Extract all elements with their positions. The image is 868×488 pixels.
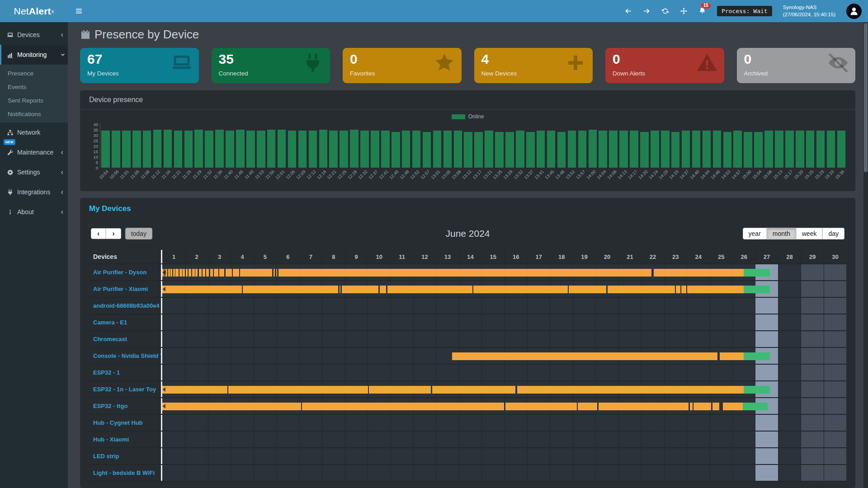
presence-bar-online[interactable] — [608, 286, 675, 293]
presence-bar-online[interactable] — [173, 269, 175, 277]
stat-card-archived[interactable]: 0Archived — [737, 48, 856, 83]
presence-bar-online[interactable] — [162, 386, 227, 394]
fullscreen-move-icon[interactable] — [680, 7, 688, 15]
device-name-link[interactable]: Hub - Cygnet Hub — [89, 415, 162, 431]
online-count-bar — [578, 131, 587, 168]
day-header-3: 3 — [208, 250, 231, 263]
presence-bar-online[interactable] — [654, 269, 744, 277]
presence-bar-online[interactable] — [233, 269, 239, 277]
stat-card-favorites[interactable]: 0Favorites — [343, 48, 462, 83]
presence-bar-online[interactable] — [340, 286, 341, 293]
presence-bar-online[interactable] — [219, 269, 224, 277]
avatar[interactable] — [846, 4, 862, 19]
presence-bar-online[interactable] — [179, 269, 182, 277]
presence-bar-online[interactable] — [681, 286, 686, 293]
presence-bar-online[interactable] — [342, 286, 378, 293]
presence-bar-online[interactable] — [517, 386, 744, 394]
presence-bar-online[interactable] — [712, 403, 719, 410]
day-cell — [345, 448, 368, 464]
sidebar-item-presence[interactable]: Presence — [0, 66, 68, 80]
stat-card-down-alerts[interactable]: 0Down Alerts — [605, 48, 724, 83]
presence-bar-online[interactable] — [206, 269, 209, 277]
presence-bar-online[interactable] — [243, 286, 338, 293]
presence-bar-online[interactable] — [210, 269, 213, 277]
presence-bar-online[interactable] — [199, 269, 202, 277]
presence-bar-online[interactable] — [168, 269, 170, 277]
presence-bar-online[interactable] — [226, 269, 232, 277]
presence-bar-online[interactable] — [192, 269, 195, 277]
sidebar-item-maintenance[interactable]: NEW Maintenance ‹ — [0, 142, 68, 162]
device-name-link[interactable]: android-68608b93a00e4 — [89, 298, 162, 314]
device-name-link[interactable]: Air Purifier - Dyson — [89, 264, 162, 280]
device-name-link[interactable]: ESP32 - 1 — [89, 365, 162, 380]
scrollbar-thumb[interactable] — [864, 23, 868, 172]
presence-bar-online[interactable] — [693, 403, 711, 410]
presence-bar-online[interactable] — [195, 269, 198, 277]
app-logo[interactable]: NetAlertx — [0, 0, 68, 22]
chart-bar-column — [473, 124, 484, 168]
presence-bar-online[interactable] — [162, 286, 242, 293]
device-name-link[interactable]: Light - bedside B WiFi — [89, 465, 162, 481]
device-name-link[interactable]: LED strip — [89, 448, 162, 464]
presence-bar-online[interactable] — [380, 286, 387, 293]
device-name-link[interactable]: Chromecast — [89, 331, 162, 347]
presence-bar-online[interactable] — [183, 269, 185, 277]
presence-bar-online[interactable] — [162, 403, 301, 410]
device-name-link[interactable]: Hub - Xiaomi — [89, 432, 162, 447]
presence-bar-current[interactable] — [744, 386, 770, 394]
presence-bar-current[interactable] — [744, 286, 770, 293]
hamburger-icon[interactable] — [75, 7, 83, 15]
presence-bar-online[interactable] — [175, 269, 179, 277]
device-name-link[interactable]: Console - Nvidia Shield TV — [89, 348, 162, 364]
sidebar-item-events[interactable]: Events — [0, 80, 68, 94]
page-scrollbar[interactable] — [863, 22, 868, 488]
nav-forward-icon[interactable] — [643, 7, 651, 15]
presence-bar-online[interactable] — [302, 403, 504, 410]
presence-bar-online[interactable] — [240, 269, 272, 277]
presence-bar-online[interactable] — [189, 269, 191, 277]
device-name-link[interactable]: ESP32 - 1n - Laser Toy — [89, 381, 162, 397]
presence-bar-online[interactable] — [369, 386, 431, 394]
presence-bar-online[interactable] — [166, 269, 167, 277]
device-name-link[interactable]: Air Purifier - Xiaomi — [89, 281, 162, 297]
presence-bar-online[interactable] — [278, 269, 651, 277]
sidebar-item-about[interactable]: About ‹ — [0, 202, 68, 222]
presence-bar-online[interactable] — [203, 269, 205, 277]
presence-bar-online[interactable] — [214, 269, 218, 277]
presence-bar-online[interactable] — [170, 269, 172, 277]
presence-bar-online[interactable] — [578, 403, 597, 410]
stat-card-my-devices[interactable]: 67My Devices — [80, 48, 199, 83]
presence-bar-online[interactable] — [228, 386, 368, 394]
presence-bar-online[interactable] — [432, 386, 515, 394]
sidebar-item-integrations[interactable]: Integrations ‹ — [0, 182, 68, 202]
refresh-icon[interactable] — [661, 7, 669, 15]
presence-bar-online[interactable] — [569, 286, 606, 293]
presence-bar-online[interactable] — [505, 403, 577, 410]
device-name-link[interactable]: Camera - E1 — [89, 314, 162, 330]
presence-bar-current[interactable] — [743, 403, 768, 410]
sidebar-item-settings[interactable]: Settings ‹ — [0, 162, 68, 182]
presence-bar-current[interactable] — [744, 352, 770, 360]
presence-bar-online[interactable] — [452, 352, 718, 360]
presence-bar-online[interactable] — [690, 403, 693, 410]
presence-bar-online[interactable] — [276, 269, 277, 277]
presence-bar-online[interactable] — [274, 269, 275, 277]
stat-card-new-devices[interactable]: 4New Devices — [474, 48, 593, 83]
sidebar-item-notifications[interactable]: Notifications — [0, 107, 68, 121]
presence-bar-online[interactable] — [723, 403, 743, 410]
online-count-bar — [827, 131, 835, 168]
presence-bar-online[interactable] — [387, 286, 472, 293]
presence-bar-online[interactable] — [676, 286, 680, 293]
presence-bar-online[interactable] — [599, 403, 689, 410]
stat-card-connected[interactable]: 35Connected — [212, 48, 330, 83]
presence-bar-online[interactable] — [186, 269, 188, 277]
sidebar-item-devices[interactable]: Devices ‹ — [0, 25, 68, 45]
sidebar-item-sent-reports[interactable]: Sent Reports — [0, 94, 68, 107]
nav-back-icon[interactable] — [624, 7, 632, 15]
presence-bar-online[interactable] — [720, 352, 744, 360]
presence-bar-online[interactable] — [687, 286, 744, 293]
presence-bar-current[interactable] — [744, 269, 770, 277]
presence-bar-online[interactable] — [473, 286, 567, 293]
device-name-link[interactable]: ESP32 - ttgo — [89, 398, 162, 414]
sidebar-item-monitoring[interactable]: Monitoring ‹ — [0, 45, 68, 65]
